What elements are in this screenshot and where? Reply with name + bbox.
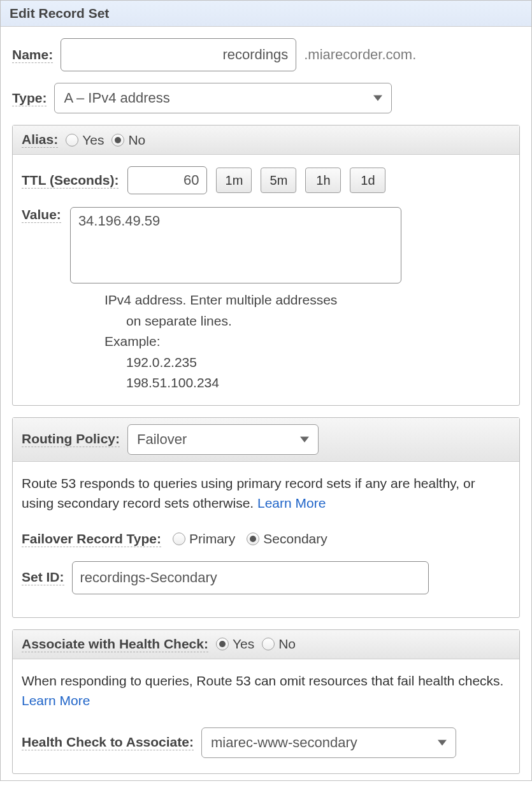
type-select-value: A – IPv4 address [64, 90, 169, 106]
edit-record-set-panel: Edit Record Set Name: .miarecorder.com. … [0, 0, 532, 781]
type-select[interactable]: A – IPv4 address [54, 83, 392, 113]
value-label: Value: [22, 207, 61, 223]
health-check-associate-label: Health Check to Associate: [22, 734, 194, 750]
chevron-down-icon [300, 436, 309, 442]
domain-suffix: .miarecorder.com. [304, 47, 416, 63]
health-check-label: Associate with Health Check: [22, 636, 208, 652]
health-check-learn-more-link[interactable]: Learn More [22, 693, 90, 708]
health-check-associate-value: miarec-www-secondary [211, 734, 357, 751]
ttl-row: TTL (Seconds): 1m 5m 1h 1d [22, 166, 510, 194]
failover-primary-radio[interactable]: Primary [173, 531, 235, 547]
routing-learn-more-link[interactable]: Learn More [257, 496, 326, 510]
ttl-preset-1d[interactable]: 1d [350, 168, 385, 193]
setid-label: Set ID: [22, 569, 64, 585]
name-input[interactable] [61, 38, 296, 71]
failover-type-label: Failover Record Type: [22, 531, 161, 547]
value-textarea[interactable] [70, 207, 401, 283]
health-check-no-radio[interactable]: No [262, 636, 296, 652]
type-row: Type: A – IPv4 address [12, 83, 520, 113]
alias-label: Alias: [22, 132, 58, 148]
failover-type-row: Failover Record Type: Primary Secondary [22, 531, 510, 547]
health-check-panel: Associate with Health Check: Yes No When… [12, 629, 520, 774]
chevron-down-icon [373, 96, 382, 101]
panel-title: Edit Record Set [1, 1, 531, 27]
value-row: Value: [22, 207, 510, 283]
failover-secondary-radio[interactable]: Secondary [247, 531, 327, 547]
health-check-yes-radio[interactable]: Yes [216, 636, 254, 652]
ttl-preset-1h[interactable]: 1h [305, 168, 341, 193]
ttl-label: TTL (Seconds): [22, 173, 119, 189]
ttl-preset-1m[interactable]: 1m [216, 168, 252, 193]
routing-policy-value: Failover [137, 431, 187, 448]
ttl-input[interactable] [127, 166, 207, 194]
name-row: Name: .miarecorder.com. [12, 38, 520, 71]
setid-row: Set ID: [22, 561, 510, 594]
routing-policy-label: Routing Policy: [22, 431, 120, 447]
health-check-associate-select[interactable]: miarec-www-secondary [201, 727, 456, 758]
chevron-down-icon [438, 740, 447, 745]
health-check-associate-row: Health Check to Associate: miarec-www-se… [22, 727, 510, 758]
alias-no-radio[interactable]: No [111, 132, 145, 148]
type-label: Type: [12, 90, 47, 106]
health-check-description: When responding to queries, Route 53 can… [22, 671, 510, 711]
setid-input[interactable] [72, 561, 429, 594]
ttl-preset-5m[interactable]: 5m [261, 168, 296, 193]
value-help: IPv4 address. Enter multiple addresses o… [104, 290, 510, 394]
alias-yes-radio[interactable]: Yes [66, 132, 104, 148]
routing-policy-description: Route 53 responds to queries using prima… [22, 473, 510, 513]
routing-policy-select[interactable]: Failover [127, 424, 319, 455]
routing-policy-panel: Routing Policy: Failover Route 53 respon… [12, 417, 520, 618]
alias-panel: Alias: Yes No TTL (Seconds): 1m 5m 1h 1d [12, 125, 520, 406]
name-label: Name: [12, 47, 53, 63]
